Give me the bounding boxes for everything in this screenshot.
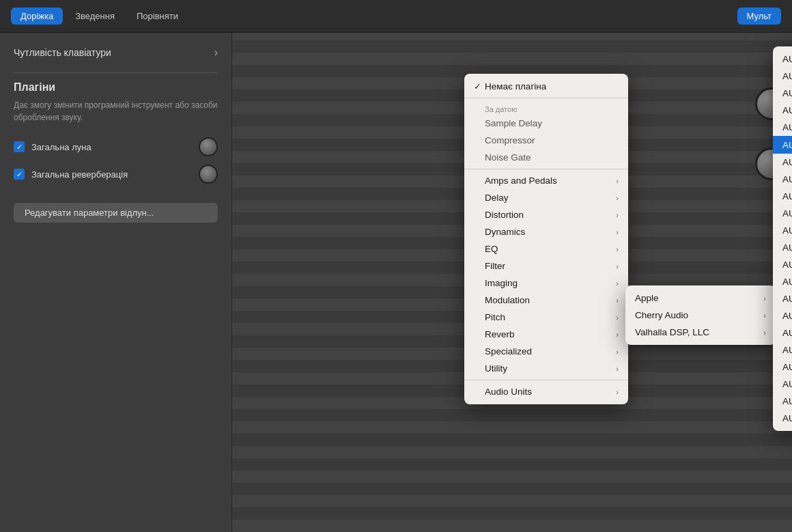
au-item-label-16: AUPeakLimiter	[782, 328, 792, 338]
au-item-3[interactable]: AUDynamicsProcessor	[773, 102, 792, 119]
au-item-label-9: AULowShelfFilter	[782, 208, 792, 219]
au-item-21[interactable]: AUSampleDelay	[773, 410, 792, 427]
edit-echo-button[interactable]: Редагувати параметри відлун...	[14, 203, 218, 223]
au-item-0[interactable]: AUBandpass	[773, 51, 792, 68]
au-item-18[interactable]: AUReverb2	[773, 359, 792, 376]
main-content: Чутливість клавіатури › Плагіни Дає змог…	[0, 33, 792, 532]
au-item-label-15: AUParametricEQ	[782, 311, 792, 321]
left-panel: Чутливість клавіатури › Плагіни Дає змог…	[0, 33, 232, 532]
keyboard-sensitivity-row[interactable]: Чутливість клавіатури ›	[14, 46, 218, 59]
general-echo-knob[interactable]	[199, 137, 218, 156]
category-item-11[interactable]: Utility ›	[464, 360, 628, 377]
au-item-label-8: AULowpass	[782, 191, 792, 201]
category-item-10[interactable]: Specialized ›	[464, 343, 628, 360]
divider-1	[14, 72, 218, 73]
au-item-label-6: AUHighShelfFilter	[782, 157, 792, 167]
compare-button[interactable]: Порівняти	[127, 8, 188, 25]
track-button[interactable]: Доріжка	[11, 8, 63, 25]
recent-item-0[interactable]: Sample Delay	[464, 115, 628, 132]
category-item-7[interactable]: Modulation ›	[464, 292, 628, 309]
no-plugin-label: Немає плагіна	[485, 81, 619, 92]
au-item-label-12: AUNBandEQ	[782, 260, 792, 270]
toolbar: Доріжка Зведення Порівняти Мульт	[0, 0, 792, 33]
au-item-label-17: AUPitch	[782, 345, 792, 355]
au-item-label-3: AUDynamicsProcessor	[782, 105, 792, 115]
recent-item-1[interactable]: Compressor	[464, 132, 628, 149]
au-item-5[interactable]: AUGraphicEQ↖	[773, 136, 792, 154]
chevron-icon-4: ›	[616, 245, 619, 253]
recent-section-header: За датою	[464, 101, 628, 115]
category-label-1: Delay	[485, 193, 613, 203]
au-item-label-18: AUReverb2	[782, 362, 792, 372]
vendor-item-0[interactable]: Apple ›	[625, 290, 776, 307]
au-item-label-11: AUMultibandCompressor	[782, 242, 792, 253]
category-label-3: Dynamics	[485, 227, 613, 237]
category-item-4[interactable]: EQ ›	[464, 240, 628, 257]
plugin-menu-l1[interactable]: ✓ Немає плагіна За датою Sample Delay Co…	[464, 74, 628, 404]
menu-sep-3	[464, 380, 628, 380]
plugins-title: Плагіни	[14, 81, 218, 94]
plugins-desc: Дає змогу змінити програмний інструмент …	[14, 99, 218, 124]
au-item-6[interactable]: AUHighShelfFilter	[773, 154, 792, 171]
au-item-11[interactable]: AUMultibandCompressor	[773, 239, 792, 256]
au-item-14[interactable]: AUNewPitch	[773, 290, 792, 307]
au-item-8[interactable]: AULowpass	[773, 188, 792, 205]
au-item-1[interactable]: AUDelay	[773, 68, 792, 85]
au-item-label-10: AUMatrixReverb	[782, 225, 792, 236]
au-item-10[interactable]: AUMatrixReverb	[773, 222, 792, 239]
au-item-label-7: AUHipass	[782, 174, 792, 184]
category-item-1[interactable]: Delay ›	[464, 189, 628, 206]
chevron-icon-1: ›	[616, 194, 619, 202]
audio-units-item[interactable]: Audio Units ›	[464, 383, 628, 400]
general-reverb-knob[interactable]	[199, 165, 218, 184]
au-item-15[interactable]: AUParametricEQ	[773, 307, 792, 324]
category-item-8[interactable]: Pitch ›	[464, 309, 628, 326]
au-item-7[interactable]: AUHipass	[773, 171, 792, 188]
au-item-19[interactable]: AURogerBeep	[773, 376, 792, 393]
category-label-4: EQ	[485, 244, 613, 254]
category-item-9[interactable]: Reverb ›	[464, 326, 628, 343]
category-item-3[interactable]: Dynamics ›	[464, 223, 628, 240]
au-item-9[interactable]: AULowShelfFilter	[773, 205, 792, 222]
chevron-icon-8: ›	[616, 313, 619, 322]
au-item-17[interactable]: AUPitch	[773, 341, 792, 359]
au-item-label-13: AUNetSend	[782, 277, 792, 287]
chevron-icon-2: ›	[616, 211, 619, 219]
vendor-item-2[interactable]: Valhalla DSP, LLC ›	[625, 324, 776, 341]
keyboard-sensitivity-arrow-icon: ›	[214, 46, 218, 59]
general-echo-checkbox[interactable]	[14, 141, 25, 152]
category-label-6: Imaging	[485, 278, 613, 288]
chevron-icon-3: ›	[616, 228, 619, 236]
chevron-icon-6: ›	[616, 279, 619, 288]
au-menu-l3[interactable]: AUBandpassAUDelayAUDistortionAUDynamicsP…	[773, 46, 792, 431]
category-item-2[interactable]: Distortion ›	[464, 206, 628, 223]
vendor-item-1[interactable]: Cherry Audio ›	[625, 307, 776, 324]
chevron-icon-5: ›	[616, 262, 619, 270]
category-item-5[interactable]: Filter ›	[464, 257, 628, 275]
au-item-label-20: AURoundTripAAC	[782, 396, 792, 406]
au-item-2[interactable]: AUDistortion	[773, 85, 792, 102]
general-reverb-row: Загальна реверберація	[14, 165, 218, 184]
au-item-label-19: AURogerBeep	[782, 379, 792, 389]
au-item-label-4: AUFilter	[782, 122, 792, 132]
no-plugin-checkmark: ✓	[474, 81, 485, 92]
category-item-0[interactable]: Amps and Pedals ›	[464, 172, 628, 189]
category-item-6[interactable]: Imaging ›	[464, 275, 628, 292]
vendor-menu-l2[interactable]: Apple › Cherry Audio › Valhalla DSP, LLC…	[625, 285, 776, 345]
au-item-20[interactable]: AURoundTripAAC	[773, 393, 792, 410]
chevron-icon-7: ›	[616, 296, 619, 305]
recent-item-0-label: Sample Delay	[485, 118, 619, 128]
au-item-12[interactable]: AUNBandEQ	[773, 256, 792, 273]
au-item-13[interactable]: AUNetSend	[773, 273, 792, 290]
au-item-label-5: AUGraphicEQ	[782, 140, 792, 150]
general-reverb-checkbox[interactable]	[14, 169, 25, 180]
au-item-label-14: AUNewPitch	[782, 294, 792, 304]
no-plugin-item[interactable]: ✓ Немає плагіна	[464, 78, 628, 95]
mix-button[interactable]: Зведення	[66, 8, 124, 25]
au-item-label-1: AUDelay	[782, 71, 792, 81]
menu-sep-2	[464, 169, 628, 169]
au-item-16[interactable]: AUPeakLimiter	[773, 324, 792, 341]
au-item-4[interactable]: AUFilter	[773, 119, 792, 136]
default-button[interactable]: Мульт	[737, 8, 782, 25]
recent-item-2[interactable]: Noise Gate	[464, 149, 628, 166]
